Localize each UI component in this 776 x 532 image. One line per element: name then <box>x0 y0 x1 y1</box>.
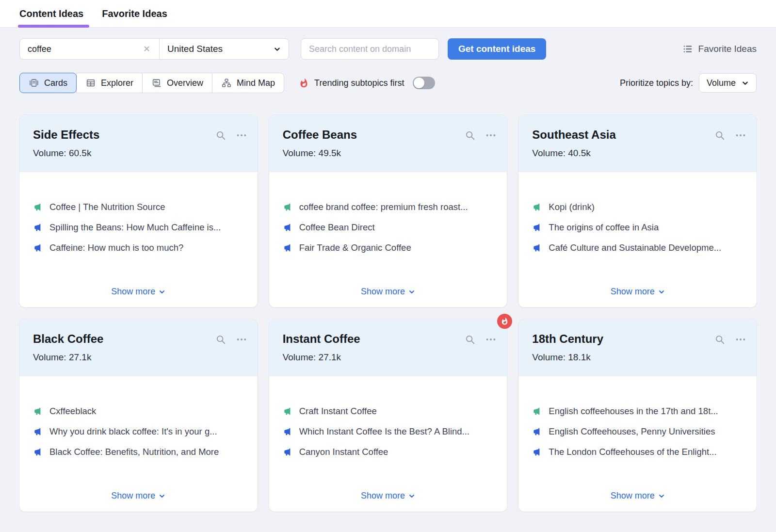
sort-select[interactable]: Volume <box>699 73 757 93</box>
country-select[interactable]: United States <box>160 39 289 59</box>
clear-icon[interactable]: ✕ <box>141 44 152 54</box>
headline-item[interactable]: Coffee | The Nutrition Source <box>33 201 244 212</box>
headline-text: coffee brand coffee: premium fresh roast… <box>299 201 468 212</box>
card-header: 18th Century Volume: 18.1k <box>518 319 757 376</box>
chevron-down-icon <box>159 289 165 295</box>
more-options-icon[interactable] <box>236 130 247 141</box>
list-icon <box>682 44 693 54</box>
search-icon[interactable] <box>215 130 226 141</box>
show-more-link[interactable]: Show more <box>361 491 415 501</box>
more-options-icon[interactable] <box>485 334 496 345</box>
search-icon[interactable] <box>465 334 475 345</box>
card-title: Instant Coffee <box>283 332 494 346</box>
show-more-link[interactable]: Show more <box>611 287 665 297</box>
chevron-down-icon <box>658 493 665 500</box>
headline-item[interactable]: Canyon Instant Coffee <box>283 446 494 457</box>
headline-item[interactable]: Fair Trade & Organic Coffee <box>283 242 494 253</box>
headline-item[interactable]: Café Culture and Sustainable Developme..… <box>532 242 743 253</box>
view-explorer-button[interactable]: Explorer <box>76 73 143 93</box>
domain-search-input[interactable] <box>301 38 439 60</box>
show-more-link[interactable]: Show more <box>111 287 165 297</box>
show-more-link[interactable]: Show more <box>361 287 415 297</box>
megaphone-icon <box>33 427 43 436</box>
card-volume: Volume: 40.5k <box>532 148 743 159</box>
megaphone-icon <box>532 427 542 436</box>
tab-favorite-ideas[interactable]: Favorite Ideas <box>102 0 167 27</box>
headline-item[interactable]: Kopi (drink) <box>532 201 743 212</box>
view-cards-label: Cards <box>44 78 67 88</box>
megaphone-icon <box>33 202 43 212</box>
topic-search-input[interactable] <box>27 44 141 55</box>
search-icon[interactable] <box>465 130 475 141</box>
more-options-icon[interactable] <box>485 130 496 141</box>
megaphone-icon <box>283 243 292 253</box>
headline-list: Craft Instant Coffee Which Instant Coffe… <box>283 405 494 457</box>
trending-subtopics-toggle[interactable] <box>413 77 435 89</box>
card-volume: Volume: 27.1k <box>283 352 494 363</box>
table-view-icon <box>85 78 96 88</box>
overview-view-icon <box>151 78 162 88</box>
headline-item[interactable]: Cxffeeblack <box>33 405 244 417</box>
more-options-icon[interactable] <box>735 130 746 141</box>
card-volume: Volume: 18.1k <box>532 352 743 363</box>
card-body: coffee brand coffee: premium fresh roast… <box>269 172 507 307</box>
view-overview-button[interactable]: Overview <box>142 73 212 93</box>
headline-text: The origins of coffee in Asia <box>549 222 659 233</box>
megaphone-icon <box>283 447 292 457</box>
country-select-value: United States <box>167 44 223 54</box>
topic-card: Instant Coffee Volume: 27.1k Craft Insta… <box>269 319 507 512</box>
show-more-link[interactable]: Show more <box>611 491 665 501</box>
view-cards-button[interactable]: Cards <box>19 73 77 93</box>
more-options-icon[interactable] <box>236 334 247 345</box>
headline-item[interactable]: Black Coffee: Benefits, Nutrition, and M… <box>33 446 244 457</box>
prioritize-label: Prioritize topics by: <box>620 78 693 88</box>
chevron-down-icon <box>658 289 665 295</box>
headline-item[interactable]: The London Coffeehouses of the Enlight..… <box>532 446 743 457</box>
view-mindmap-button[interactable]: Mind Map <box>212 73 284 93</box>
headline-list: English coffeehouses in the 17th and 18t… <box>532 405 743 457</box>
headline-text: Craft Instant Coffee <box>299 405 377 417</box>
headline-item[interactable]: English coffeehouses in the 17th and 18t… <box>532 405 743 417</box>
card-header: Side Effects Volume: 60.5k <box>19 115 258 172</box>
headline-item[interactable]: Caffeine: How much is too much? <box>33 242 244 253</box>
megaphone-icon <box>532 406 542 416</box>
card-body: Cxffeeblack Why you drink black coffee: … <box>19 376 258 512</box>
tab-content-ideas[interactable]: Content Ideas <box>19 0 83 27</box>
mindmap-view-icon <box>221 78 232 88</box>
show-more-label: Show more <box>111 491 155 501</box>
topic-card: Black Coffee Volume: 27.1k Cxffeeblack W… <box>19 319 258 512</box>
headline-item[interactable]: Why you drink black coffee: It's in your… <box>33 426 244 437</box>
search-icon[interactable] <box>714 130 725 141</box>
chevron-down-icon <box>408 493 415 500</box>
headline-item[interactable]: English Coffeehouses, Penny Universities <box>532 426 743 437</box>
headline-item[interactable]: The origins of coffee in Asia <box>532 222 743 233</box>
headline-text: Coffee Bean Direct <box>299 222 375 233</box>
headline-item[interactable]: Spilling the Beans: How Much Caffeine is… <box>33 222 244 233</box>
headline-item[interactable]: coffee brand coffee: premium fresh roast… <box>283 201 494 212</box>
headline-text: Why you drink black coffee: It's in your… <box>49 426 217 437</box>
get-content-ideas-button[interactable]: Get content ideas <box>448 38 546 60</box>
headline-list: Kopi (drink) The origins of coffee in As… <box>532 201 743 253</box>
view-mindmap-label: Mind Map <box>237 78 275 88</box>
card-title: Southeast Asia <box>532 128 743 142</box>
megaphone-icon <box>33 223 43 232</box>
favorite-ideas-link[interactable]: Favorite Ideas <box>682 44 757 54</box>
show-more-link[interactable]: Show more <box>111 491 165 501</box>
megaphone-icon <box>283 406 292 416</box>
card-title: Side Effects <box>33 128 244 142</box>
toggle-knob <box>414 78 424 88</box>
headline-text: Caffeine: How much is too much? <box>49 242 183 253</box>
headline-item[interactable]: Which Instant Coffee Is the Best? A Blin… <box>283 426 494 437</box>
headline-item[interactable]: Craft Instant Coffee <box>283 405 494 417</box>
headline-item[interactable]: Coffee Bean Direct <box>283 222 494 233</box>
more-options-icon[interactable] <box>735 334 746 345</box>
chevron-down-icon <box>742 80 749 87</box>
card-body: Kopi (drink) The origins of coffee in As… <box>518 172 757 307</box>
megaphone-icon <box>283 202 292 212</box>
tab-content-ideas-label: Content Ideas <box>19 8 83 19</box>
topic-search-combo: ✕ United States <box>19 38 289 60</box>
search-icon[interactable] <box>714 334 725 345</box>
view-overview-label: Overview <box>167 78 203 88</box>
search-icon[interactable] <box>215 334 226 345</box>
headline-text: Kopi (drink) <box>549 201 595 212</box>
